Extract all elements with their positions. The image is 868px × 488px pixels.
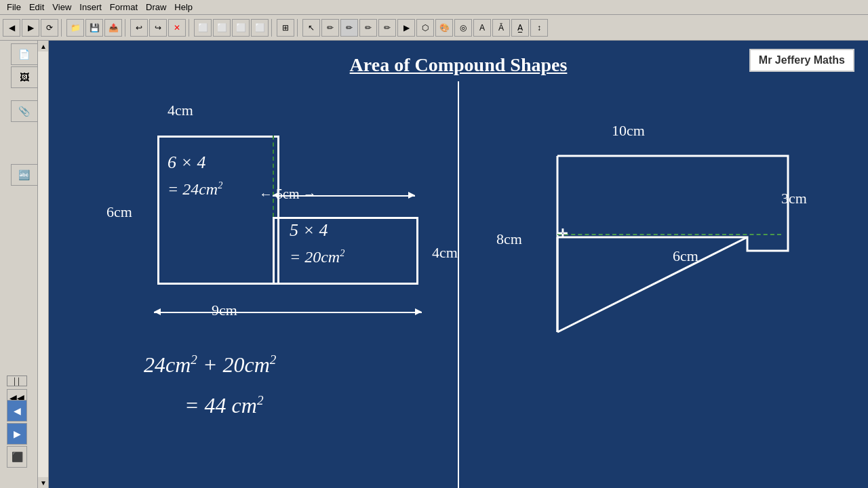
calc-sum-line1: 24cm2 + 20cm2 bbox=[144, 352, 276, 378]
menu-file[interactable]: File bbox=[3, 1, 25, 13]
btn-fill[interactable]: 🎨 bbox=[435, 19, 453, 37]
btn-text[interactable]: A bbox=[473, 19, 491, 37]
sidebar-scrollbar[interactable]: ▲ ▼ bbox=[37, 41, 48, 488]
sidebar-export[interactable]: ⬛ bbox=[7, 446, 27, 468]
btn-pen3[interactable]: ✏ bbox=[359, 19, 377, 37]
btn-arrow[interactable]: ▶ bbox=[397, 19, 415, 37]
calc-text-6x4: 6 × 4 bbox=[167, 152, 206, 173]
page-title: Area of Compound Shapes bbox=[49, 54, 868, 76]
sidebar-back[interactable]: ◀ bbox=[7, 400, 27, 422]
calc-text-24cm: = 24cm2 bbox=[167, 180, 222, 199]
svg-line-0 bbox=[557, 237, 747, 332]
dim-4cm-right: 4cm bbox=[432, 244, 458, 262]
brand-box: Mr Jeffery Maths bbox=[749, 49, 854, 72]
btn-screen2[interactable]: ⬜ bbox=[213, 19, 231, 37]
dim-4cm-top: 4cm bbox=[167, 102, 193, 119]
dashed-vertical bbox=[273, 136, 274, 217]
menu-help[interactable]: Help bbox=[170, 1, 197, 13]
menu-draw[interactable]: Draw bbox=[142, 1, 170, 13]
dim-9cm-bottom: 9cm bbox=[212, 302, 237, 319]
btn-undo[interactable]: ↩ bbox=[130, 19, 148, 37]
menu-format[interactable]: Format bbox=[106, 1, 142, 13]
btn-screen1[interactable]: ⬜ bbox=[194, 19, 212, 37]
sidebar-scroll-indicator: ││ bbox=[7, 375, 27, 386]
btn-pen4[interactable]: ✏ bbox=[378, 19, 396, 37]
sidebar-forward[interactable]: ▶ bbox=[7, 423, 27, 445]
menu-insert[interactable]: Insert bbox=[75, 1, 106, 13]
cursor-crosshair: ✛ bbox=[557, 226, 568, 241]
sidebar: 📄 🖼 📎 🔤 ││ ◀◀ ◀ ▶ ⬛ ▲ ▼ bbox=[0, 41, 49, 488]
btn-back[interactable]: ◀ bbox=[3, 19, 20, 37]
btn-refresh[interactable]: ⟳ bbox=[41, 19, 58, 37]
dim-6cm-left: 6cm bbox=[106, 203, 132, 221]
divider-line bbox=[458, 81, 459, 488]
right-shape-svg bbox=[517, 142, 802, 359]
btn-forward[interactable]: ▶ bbox=[22, 19, 39, 37]
btn-shape[interactable]: ⬡ bbox=[416, 19, 434, 37]
scroll-track bbox=[38, 52, 48, 477]
btn-eraser[interactable]: ◎ bbox=[454, 19, 472, 37]
menu-view[interactable]: View bbox=[48, 1, 75, 13]
sidebar-btn-1[interactable]: 📄 bbox=[11, 43, 38, 65]
calc-text-5x4: 5 × 4 bbox=[290, 220, 328, 241]
btn-open[interactable]: 📁 bbox=[66, 19, 84, 37]
calc-text-20cm: = 20cm2 bbox=[290, 247, 344, 266]
btn-grid[interactable]: ⊞ bbox=[277, 19, 294, 37]
btn-text2[interactable]: Ā bbox=[492, 19, 510, 37]
dim-10cm-top: 10cm bbox=[612, 122, 645, 140]
toolbar: ◀ ▶ ⟳ 📁 💾 📤 ↩ ↪ ✕ ⬜ ⬜ ⬜ ⬜ ⊞ ↖ ✏ ✏ ✏ ✏ ▶ … bbox=[0, 15, 868, 41]
canvas-area: Area of Compound Shapes Mr Jeffery Maths… bbox=[49, 41, 868, 488]
btn-screen3[interactable]: ⬜ bbox=[232, 19, 250, 37]
sidebar-btn-3[interactable]: 📎 bbox=[11, 100, 38, 122]
sidebar-btn-2[interactable]: 🖼 bbox=[11, 66, 38, 88]
menu-edit[interactable]: Edit bbox=[25, 1, 48, 13]
separator-5 bbox=[297, 19, 300, 37]
btn-text3[interactable]: A̲ bbox=[511, 19, 529, 37]
separator-3 bbox=[189, 19, 191, 37]
btn-pen2[interactable]: ✏ bbox=[340, 19, 358, 37]
dim-5cm: ← 5cm → bbox=[259, 186, 316, 202]
separator-4 bbox=[271, 19, 274, 37]
btn-redo[interactable]: ↪ bbox=[149, 19, 167, 37]
separator-1 bbox=[61, 19, 64, 37]
btn-pen1[interactable]: ✏ bbox=[321, 19, 339, 37]
menubar: File Edit View Insert Format Draw Help bbox=[0, 0, 868, 15]
sidebar-btn-4[interactable]: 🔤 bbox=[11, 164, 38, 186]
main-layout: 📄 🖼 📎 🔤 ││ ◀◀ ◀ ▶ ⬛ ▲ ▼ Area of Compound… bbox=[0, 41, 868, 488]
scroll-down[interactable]: ▼ bbox=[38, 477, 49, 488]
btn-export[interactable]: 📤 bbox=[104, 19, 122, 37]
btn-zoom[interactable]: ↕ bbox=[530, 19, 548, 37]
btn-screen4[interactable]: ⬜ bbox=[251, 19, 269, 37]
scroll-up[interactable]: ▲ bbox=[38, 41, 49, 52]
separator-2 bbox=[125, 19, 127, 37]
sidebar-nav-arrows: ◀ ▶ ⬛ bbox=[7, 400, 27, 468]
arrow-9cm-line bbox=[154, 312, 422, 313]
right-dashed-line bbox=[557, 234, 781, 235]
btn-cursor[interactable]: ↖ bbox=[302, 19, 320, 37]
btn-delete[interactable]: ✕ bbox=[168, 19, 186, 37]
btn-save[interactable]: 💾 bbox=[85, 19, 103, 37]
calc-sum-line2: = 44 cm2 bbox=[184, 393, 264, 418]
